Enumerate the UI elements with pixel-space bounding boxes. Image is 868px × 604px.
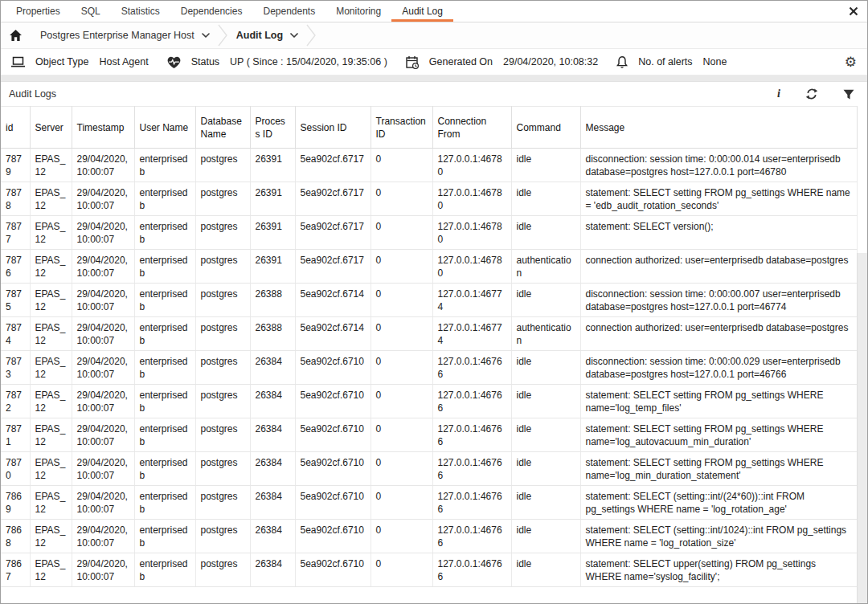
cell-process-id: 26391 <box>250 216 295 250</box>
cell-server: EPAS_12 <box>30 317 72 351</box>
table-row[interactable]: 7872EPAS_1229/04/2020, 10:00:07enterpris… <box>1 385 857 418</box>
cell-transaction-id: 0 <box>371 351 432 385</box>
column-header-database-name[interactable]: Database Name <box>195 107 250 149</box>
tab-statistics[interactable]: Statistics <box>111 1 170 22</box>
column-header-process-id[interactable]: Process ID <box>250 107 295 149</box>
cell-process-id: 26388 <box>250 284 295 317</box>
cell-database-name: postgres <box>195 182 250 216</box>
cell-connection-from: 127.0.0.1:46766 <box>432 351 511 385</box>
cell-transaction-id: 0 <box>371 418 432 452</box>
cell-server: EPAS_12 <box>30 182 72 216</box>
cell-session-id: 5ea902cf.6710 <box>295 520 371 553</box>
status-group: Status UP ( Since : 15/04/2020, 19:35:06… <box>166 55 387 69</box>
table-row[interactable]: 7874EPAS_1229/04/2020, 10:00:07enterpris… <box>1 317 857 351</box>
table-row[interactable]: 7875EPAS_1229/04/2020, 10:00:07enterpris… <box>1 284 857 317</box>
breadcrumb-item-host[interactable]: Postgres Enterprise Manager Host <box>34 30 216 41</box>
cell-transaction-id: 0 <box>371 385 432 418</box>
table-row[interactable]: 7867EPAS_1229/04/2020, 10:00:07enterpris… <box>1 553 857 587</box>
cell-database-name: postgres <box>195 284 250 317</box>
tab-monitoring[interactable]: Monitoring <box>326 1 391 22</box>
cell-command: authentication <box>511 317 580 351</box>
cell-connection-from: 127.0.0.1:46766 <box>432 452 511 486</box>
cell-message: statement: SELECT setting FROM pg_settin… <box>580 452 857 486</box>
cell-database-name: postgres <box>195 216 250 250</box>
cell-connection-from: 127.0.0.1:46774 <box>432 317 511 351</box>
cell-message: statement: SELECT setting FROM pg_settin… <box>580 182 857 216</box>
tab-properties[interactable]: Properties <box>6 1 71 22</box>
cell-transaction-id: 0 <box>371 182 432 216</box>
cell-user-name: enterprisedb <box>134 149 195 182</box>
tab-dependents[interactable]: Dependents <box>252 1 326 22</box>
column-header-transaction-id[interactable]: Transaction ID <box>371 107 432 149</box>
cell-connection-from: 127.0.0.1:46766 <box>432 520 511 553</box>
cell-timestamp: 29/04/2020, 10:00:07 <box>72 520 134 553</box>
cell-id: 7868 <box>1 520 30 553</box>
column-header-connection-from[interactable]: Connection From <box>432 107 511 149</box>
table-row[interactable]: 7877EPAS_1229/04/2020, 10:00:07enterpris… <box>1 216 857 250</box>
column-header-server[interactable]: Server <box>30 107 72 149</box>
filter-icon[interactable] <box>843 89 854 100</box>
cell-id: 7878 <box>1 182 30 216</box>
home-icon[interactable] <box>9 29 23 42</box>
cell-server: EPAS_12 <box>30 452 72 486</box>
cell-database-name: postgres <box>195 317 250 351</box>
table-row[interactable]: 7871EPAS_1229/04/2020, 10:00:07enterpris… <box>1 418 857 452</box>
table-row[interactable]: 7879EPAS_1229/04/2020, 10:00:07enterpris… <box>1 149 857 182</box>
cell-id: 7874 <box>1 317 30 351</box>
table-row[interactable]: 7873EPAS_1229/04/2020, 10:00:07enterpris… <box>1 351 857 385</box>
table-row[interactable]: 7876EPAS_1229/04/2020, 10:00:07enterpris… <box>1 250 857 284</box>
cell-timestamp: 29/04/2020, 10:00:07 <box>72 182 134 216</box>
breadcrumb-item-audit-log[interactable]: Audit Log <box>230 30 305 41</box>
cell-user-name: enterprisedb <box>134 385 195 418</box>
cell-timestamp: 29/04/2020, 10:00:07 <box>72 452 134 486</box>
cell-connection-from: 127.0.0.1:46774 <box>432 284 511 317</box>
cell-timestamp: 29/04/2020, 10:00:07 <box>72 418 134 452</box>
table-row[interactable]: 7878EPAS_1229/04/2020, 10:00:07enterpris… <box>1 182 857 216</box>
panel-title: Audit Logs <box>9 88 56 100</box>
vertical-scrollbar[interactable] <box>857 253 868 604</box>
column-header-id[interactable]: id <box>1 107 30 149</box>
cell-user-name: enterprisedb <box>134 452 195 486</box>
cell-process-id: 26384 <box>250 351 295 385</box>
refresh-icon[interactable] <box>805 88 818 100</box>
cell-session-id: 5ea902cf.6710 <box>295 452 371 486</box>
cell-message: statement: SELECT upper(setting) FROM pg… <box>580 553 857 587</box>
heartbeat-icon <box>166 55 182 69</box>
close-icon[interactable] <box>848 6 859 17</box>
calendar-clock-icon <box>405 55 420 69</box>
cell-user-name: enterprisedb <box>134 351 195 385</box>
chevron-down-icon <box>202 33 210 39</box>
cell-id: 7871 <box>1 418 30 452</box>
laptop-icon <box>10 55 26 68</box>
cell-command: idle <box>511 216 580 250</box>
cell-command: idle <box>511 553 580 587</box>
column-header-message[interactable]: Message <box>580 107 857 149</box>
gear-icon[interactable]: ⚙ <box>845 54 857 70</box>
bell-icon <box>616 55 628 69</box>
column-header-timestamp[interactable]: Timestamp <box>72 107 134 149</box>
cell-transaction-id: 0 <box>371 553 432 587</box>
tab-sql[interactable]: SQL <box>71 1 111 22</box>
cell-transaction-id: 0 <box>371 216 432 250</box>
cell-transaction-id: 0 <box>371 317 432 351</box>
cell-process-id: 26384 <box>250 486 295 520</box>
cell-user-name: enterprisedb <box>134 216 195 250</box>
table-row[interactable]: 7868EPAS_1229/04/2020, 10:00:07enterpris… <box>1 520 857 553</box>
cell-transaction-id: 0 <box>371 520 432 553</box>
cell-process-id: 26391 <box>250 250 295 284</box>
cell-timestamp: 29/04/2020, 10:00:07 <box>72 250 134 284</box>
tab-bar: PropertiesSQLStatisticsDependenciesDepen… <box>1 1 867 22</box>
table-row[interactable]: 7869EPAS_1229/04/2020, 10:00:07enterpris… <box>1 486 857 520</box>
tab-dependencies[interactable]: Dependencies <box>170 1 253 22</box>
column-header-command[interactable]: Command <box>511 107 580 149</box>
column-header-session-id[interactable]: Session ID <box>295 107 371 149</box>
cell-message: connection authorized: user=enterprisedb… <box>580 250 857 284</box>
cell-server: EPAS_12 <box>30 216 72 250</box>
column-header-user-name[interactable]: User Name <box>134 107 195 149</box>
table-row[interactable]: 7870EPAS_1229/04/2020, 10:00:07enterpris… <box>1 452 857 486</box>
cell-user-name: enterprisedb <box>134 520 195 553</box>
breadcrumb-separator-icon <box>306 24 317 47</box>
cell-server: EPAS_12 <box>30 418 72 452</box>
tab-audit-log[interactable]: Audit Log <box>391 1 453 22</box>
info-icon[interactable]: i <box>777 88 780 100</box>
